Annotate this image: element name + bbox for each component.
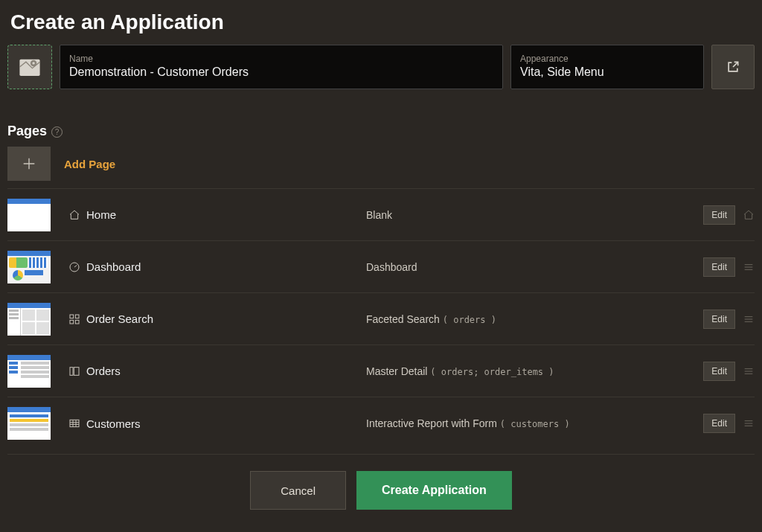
svg-rect-6 [70, 320, 74, 324]
page-row: HomeBlankEdit [7, 189, 755, 241]
svg-rect-0 [19, 60, 39, 76]
page-row: Order SearchFaceted Search ( orders )Edi… [7, 293, 755, 345]
page-row: OrdersMaster Detail ( orders; order_item… [7, 345, 755, 397]
svg-rect-7 [75, 320, 79, 324]
page-title: Create an Application [10, 10, 755, 34]
page-row: DashboardDashboardEdit [7, 241, 755, 293]
page-type: Blank [366, 209, 703, 221]
drag-handle-icon[interactable] [743, 313, 755, 325]
page-name: Customers [86, 417, 141, 430]
name-input[interactable] [69, 65, 493, 79]
pages-heading: Pages [7, 124, 47, 139]
svg-rect-9 [74, 367, 79, 375]
svg-rect-4 [70, 315, 74, 318]
name-field-label: Name [69, 54, 493, 64]
page-type: Interactive Report with Form ( customers… [366, 417, 703, 429]
drag-handle-icon[interactable] [743, 261, 755, 273]
edit-page-button[interactable]: Edit [703, 310, 735, 329]
appearance-field-label: Appearance [520, 54, 694, 64]
appearance-expand-button[interactable] [711, 45, 755, 89]
name-field-container[interactable]: Name [60, 45, 503, 89]
drag-handle-icon[interactable] [743, 417, 755, 429]
pages-help-icon[interactable]: ? [51, 126, 63, 138]
appearance-value: Vita, Side Menu [520, 65, 694, 79]
svg-rect-8 [70, 367, 73, 375]
map-marker-icon [17, 54, 42, 80]
add-page-button[interactable] [7, 147, 51, 181]
svg-rect-10 [70, 420, 79, 426]
table-icon [68, 417, 80, 429]
columns-icon [68, 365, 80, 377]
page-name: Home [86, 208, 116, 221]
drag-handle-icon[interactable] [743, 365, 755, 377]
add-page-label[interactable]: Add Page [64, 158, 115, 170]
svg-rect-5 [75, 315, 79, 318]
edit-page-button[interactable]: Edit [703, 257, 735, 277]
home-icon [68, 209, 80, 221]
gauge-icon [68, 261, 80, 273]
create-application-button[interactable]: Create Application [356, 471, 512, 510]
edit-page-button[interactable]: Edit [703, 205, 735, 225]
page-name: Order Search [86, 313, 153, 325]
popout-icon [726, 60, 740, 74]
page-name: Dashboard [86, 260, 141, 273]
appearance-field-container[interactable]: Appearance Vita, Side Menu [510, 45, 704, 89]
page-type: Dashboard [366, 261, 703, 273]
page-row: CustomersInteractive Report with Form ( … [7, 397, 755, 449]
page-type: Faceted Search ( orders ) [366, 313, 703, 325]
home-indicator-icon [743, 209, 755, 221]
page-type: Master Detail ( orders; order_items ) [366, 365, 703, 377]
grid-icon [68, 313, 80, 325]
edit-page-button[interactable]: Edit [703, 362, 735, 381]
plus-icon [21, 156, 37, 172]
edit-page-button[interactable]: Edit [703, 414, 735, 433]
app-icon-selector[interactable] [7, 45, 52, 89]
svg-point-2 [32, 62, 34, 64]
page-name: Orders [86, 365, 121, 377]
cancel-button[interactable]: Cancel [250, 471, 346, 510]
